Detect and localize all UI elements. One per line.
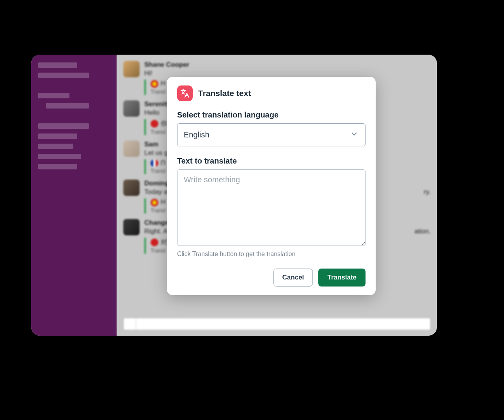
language-field-label: Select translation language <box>177 110 366 119</box>
message-text: Hi! <box>144 69 431 77</box>
sidebar-item[interactable] <box>38 93 69 98</box>
language-selected-value: English <box>184 130 209 139</box>
sidebar-item[interactable] <box>38 164 77 169</box>
cancel-button[interactable]: Cancel <box>273 269 313 287</box>
sidebar-item[interactable] <box>46 103 89 109</box>
sidebar-item[interactable] <box>38 123 89 129</box>
sidebar-item[interactable] <box>38 133 77 139</box>
compose-toolbar-button[interactable] <box>124 318 136 330</box>
flag-icon <box>151 159 158 167</box>
language-select[interactable]: English <box>177 123 366 146</box>
avatar <box>123 100 140 117</box>
avatar <box>123 141 140 157</box>
modal-title: Translate text <box>198 89 251 98</box>
translation-text: 对 <box>161 238 167 246</box>
flag-icon <box>151 238 158 246</box>
flag-icon <box>151 199 158 206</box>
chevron-down-icon <box>350 129 359 141</box>
translation-text: П <box>161 159 165 167</box>
avatar <box>123 219 140 235</box>
message-author: Shane Cooper <box>144 61 431 69</box>
sidebar-item[interactable] <box>38 73 89 78</box>
translation-text: H <box>161 80 165 87</box>
translate-app-icon <box>177 85 193 101</box>
sidebar-item[interactable] <box>38 144 73 149</box>
sidebar-item[interactable] <box>38 62 77 68</box>
flag-icon <box>151 120 158 128</box>
avatar <box>123 61 140 77</box>
compose-input[interactable] <box>123 318 431 330</box>
text-field-label: Text to translate <box>177 157 366 166</box>
sidebar <box>31 55 117 336</box>
avatar <box>123 180 140 196</box>
helper-text: Click Translate button to get the transl… <box>177 251 366 258</box>
translate-textarea[interactable] <box>177 169 366 246</box>
flag-icon <box>151 80 158 88</box>
translate-button[interactable]: Translate <box>318 269 366 287</box>
modal-header: Translate text <box>177 85 366 101</box>
modal-footer: Cancel Translate <box>177 269 366 287</box>
translate-modal: Translate text Select translation langua… <box>167 77 376 295</box>
translation-text: H <box>161 198 165 206</box>
sidebar-item[interactable] <box>38 154 81 159</box>
translation-text: 你 <box>161 120 167 127</box>
